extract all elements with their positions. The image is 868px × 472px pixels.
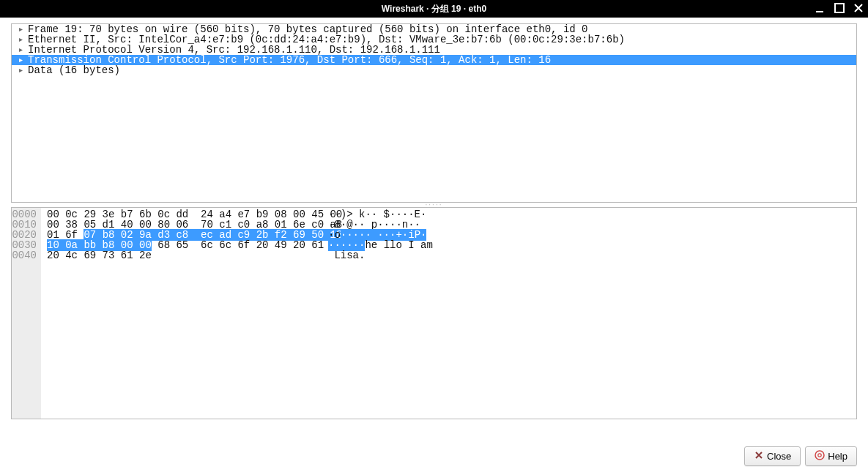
expand-arrow-icon[interactable]: ▸	[16, 55, 25, 65]
expand-arrow-icon[interactable]: ▸	[16, 34, 25, 45]
hex-ascii: Lisa.	[328, 250, 365, 261]
help-button-label: Help	[828, 451, 847, 462]
dialog-button-bar: Close Help	[744, 446, 857, 466]
hex-offset: 0030	[12, 240, 41, 250]
svg-point-3	[818, 454, 821, 457]
window-controls	[815, 0, 864, 18]
hex-ascii-row[interactable]: ··)> k·· $····E·	[328, 209, 433, 220]
minimize-icon[interactable]	[815, 3, 826, 15]
content-area: ▸Frame 19: 70 bytes on wire (560 bits), …	[0, 18, 868, 472]
svg-rect-1	[835, 4, 844, 12]
tree-item[interactable]: ▸Frame 19: 70 bytes on wire (560 bits), …	[12, 24, 856, 34]
window-title: Wireshark · 分组 19 · eth0	[382, 3, 486, 15]
tree-item[interactable]: ▸Transmission Control Protocol, Src Port…	[12, 55, 856, 65]
hex-bytes-row[interactable]: 20 4c 69 73 61 2e	[47, 250, 312, 261]
hex-bytes-row[interactable]: 00 0c 29 3e b7 6b 0c dd 24 a4 e7 b9 08 0…	[47, 209, 312, 220]
help-icon	[815, 450, 825, 462]
hex-bytes-row[interactable]: 00 38 05 d1 40 00 80 06 70 c1 c0 a8 01 6…	[47, 220, 312, 230]
close-x-icon	[754, 450, 764, 462]
close-icon[interactable]	[853, 3, 864, 15]
tree-item-label: Ethernet II, Src: IntelCor_a4:e7:b9 (0c:…	[25, 34, 625, 45]
hex-bytes-row[interactable]: 01 6f 07 b8 02 9a d3 c8 ec ad c9 2b f2 6…	[47, 230, 312, 240]
title-bar: Wireshark · 分组 19 · eth0	[0, 0, 868, 18]
tree-item[interactable]: ▸Data (16 bytes)	[12, 65, 856, 75]
close-button-label: Close	[767, 451, 791, 462]
maximize-icon[interactable]	[834, 3, 845, 15]
expand-arrow-icon[interactable]: ▸	[16, 45, 25, 55]
tree-item-label: Transmission Control Protocol, Src Port:…	[25, 55, 551, 65]
hex-bytes: 20 4c 69 73 61 2e	[47, 250, 152, 261]
tree-item-label: Frame 19: 70 bytes on wire (560 bits), 7…	[25, 24, 588, 34]
hex-ascii-row[interactable]: ·8·@·· p····n··	[328, 220, 433, 230]
hex-offset: 0010	[12, 220, 41, 230]
hex-ascii-row[interactable]: ······he llo I am	[328, 240, 433, 250]
svg-rect-0	[816, 11, 823, 12]
packet-bytes-pane[interactable]: 00000010002000300040 00 0c 29 3e b7 6b 0…	[11, 207, 857, 419]
hex-bytes-row[interactable]: 10 0a bb b8 00 00 68 65 6c 6c 6f 20 49 2…	[47, 240, 312, 250]
hex-ascii-row[interactable]: ·o····· ···+·iP·	[328, 230, 433, 240]
tree-item-label: Data (16 bytes)	[25, 65, 120, 75]
tree-item[interactable]: ▸Ethernet II, Src: IntelCor_a4:e7:b9 (0c…	[12, 34, 856, 45]
pane-splitter[interactable]	[11, 203, 857, 207]
hex-offset: 0040	[12, 250, 41, 261]
tree-item-label: Internet Protocol Version 4, Src: 192.16…	[25, 45, 440, 55]
close-button[interactable]: Close	[744, 446, 801, 466]
hex-ascii: he llo I am	[365, 239, 432, 251]
hex-offset: 0000	[12, 209, 41, 220]
packet-details-pane[interactable]: ▸Frame 19: 70 bytes on wire (560 bits), …	[11, 23, 857, 203]
expand-arrow-icon[interactable]: ▸	[16, 65, 25, 75]
expand-arrow-icon[interactable]: ▸	[16, 24, 25, 34]
help-button[interactable]: Help	[805, 446, 857, 466]
hex-ascii-row[interactable]: Lisa.	[328, 250, 433, 261]
tree-item[interactable]: ▸Internet Protocol Version 4, Src: 192.1…	[12, 45, 856, 55]
hex-offset: 0020	[12, 230, 41, 240]
